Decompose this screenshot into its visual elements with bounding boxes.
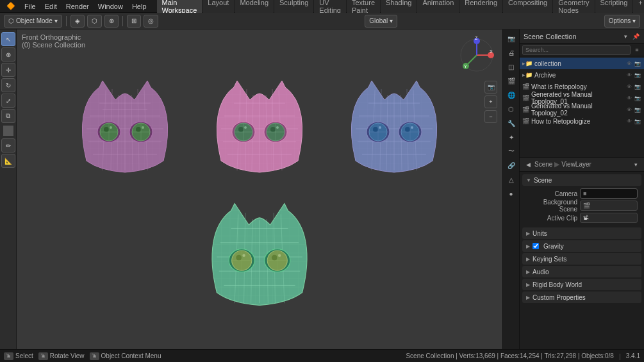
transform-global[interactable]: Global ▾ bbox=[365, 15, 397, 28]
cursor-tool[interactable]: ⊕ bbox=[1, 47, 15, 62]
outliner-item-archive[interactable]: ▸📁 Archive 👁📷 bbox=[520, 69, 644, 81]
svg-point-96 bbox=[236, 254, 242, 260]
properties-section: ◀ Scene ▶ ViewLayer ▾ ▼ Scene bbox=[520, 158, 644, 349]
options-btn[interactable]: Options ▾ bbox=[604, 15, 640, 28]
custom-props-section: ▶ Custom Properties bbox=[522, 292, 641, 303]
viewport-gizmo[interactable]: X Y Z bbox=[458, 36, 496, 74]
left-tools: ↖ ⊕ ✛ ↻ ⤢ ⧉ ✏ 📐 bbox=[0, 29, 17, 349]
props-back-btn[interactable]: ◀ bbox=[524, 160, 533, 169]
eye-icon-6[interactable]: 👁 bbox=[625, 117, 633, 125]
move-tool[interactable]: ✛ bbox=[1, 63, 15, 77]
active-clip-value[interactable]: 📽 bbox=[580, 213, 638, 223]
outliner-section: Scene Collection ▾ 📌 ≡ ▸📁 collection 👁📷 … bbox=[520, 29, 644, 158]
props-content: ▼ Scene Camera ■ Background Scene bbox=[520, 172, 644, 349]
measure-tool[interactable]: 📐 bbox=[1, 154, 15, 168]
render-vis-icon-2[interactable]: 📷 bbox=[634, 71, 641, 79]
data-icon[interactable]: △ bbox=[505, 173, 518, 186]
overlay-btn[interactable]: ⬡ bbox=[87, 15, 102, 28]
window-menu[interactable]: Window bbox=[94, 1, 127, 12]
custom-props-label: Custom Properties bbox=[533, 294, 586, 301]
scene-icon[interactable]: 🎬 bbox=[505, 74, 518, 87]
outliner-filter-icon[interactable]: ≡ bbox=[632, 45, 641, 54]
context-label: Object Context Menu bbox=[101, 352, 161, 359]
zoom-out-btn[interactable]: − bbox=[484, 110, 497, 123]
top-menubar: 🔶 File Edit Render Window Help Main Work… bbox=[0, 0, 644, 13]
props-filter-btn[interactable]: ▾ bbox=[631, 160, 640, 169]
outliner-filter-btn[interactable]: ▾ bbox=[621, 32, 630, 41]
render-vis-icon-6[interactable]: 📷 bbox=[634, 117, 641, 125]
viewport[interactable]: Front Orthographic (0) Scene Collection bbox=[17, 29, 502, 349]
camera-value[interactable]: ■ bbox=[580, 188, 638, 199]
eye-icon-2[interactable]: 👁 bbox=[625, 71, 633, 79]
render-icon[interactable]: 📷 bbox=[505, 32, 518, 45]
custom-props-header[interactable]: ▶ Custom Properties bbox=[522, 292, 641, 303]
svg-point-78 bbox=[411, 126, 413, 129]
edit-menu[interactable]: Edit bbox=[41, 1, 61, 12]
render-vis-icon[interactable]: 📷 bbox=[634, 60, 641, 67]
eye-icon-3[interactable]: 👁 bbox=[625, 83, 633, 90]
camera-perspective-btn[interactable]: 📷 bbox=[484, 81, 497, 94]
render-vis-icon-5[interactable]: 📷 bbox=[634, 106, 641, 113]
eye-icon[interactable]: 👁 bbox=[625, 60, 633, 67]
toolbar-sep-1 bbox=[66, 16, 67, 26]
select-tool[interactable]: ↖ bbox=[1, 32, 15, 46]
model-pink bbox=[202, 71, 317, 186]
scene-section-header[interactable]: ▼ Scene bbox=[522, 174, 641, 186]
material-icon[interactable]: ● bbox=[505, 187, 518, 200]
outliner-search[interactable] bbox=[522, 45, 631, 55]
eye-icon-4[interactable]: 👁 bbox=[625, 94, 633, 102]
viewport-shading-btn[interactable]: ◈ bbox=[70, 15, 85, 28]
rotate-tool[interactable]: ↻ bbox=[1, 78, 15, 92]
snap-btn[interactable]: ⊞ bbox=[127, 15, 141, 28]
object-icon[interactable]: ⬡ bbox=[505, 103, 518, 115]
rigid-body-section: ▶ Rigid Body World bbox=[522, 279, 641, 290]
world-icon[interactable]: 🌐 bbox=[505, 88, 518, 101]
outliner-item-gen-manual-02[interactable]: 🎬 Generated vs Manual Topology_02 👁📷 bbox=[520, 104, 644, 115]
mode-selector[interactable]: ⬡ Object Mode ▾ bbox=[4, 15, 62, 28]
props-layer-breadcrumb: ViewLayer bbox=[561, 161, 591, 168]
gravity-label: Gravity bbox=[543, 243, 564, 250]
physics-icon[interactable]: 〜 bbox=[505, 145, 518, 158]
gravity-checkbox[interactable] bbox=[533, 243, 539, 249]
file-menu[interactable]: File bbox=[21, 1, 40, 12]
rigid-body-header[interactable]: ▶ Rigid Body World bbox=[522, 279, 641, 290]
status-sep: | bbox=[619, 352, 621, 360]
proportional-btn[interactable]: ◎ bbox=[144, 15, 158, 28]
scene-collapse-section: ▼ Scene Camera ■ Background Scene bbox=[522, 174, 641, 226]
bottom-models-row bbox=[195, 193, 324, 321]
svg-point-19 bbox=[110, 126, 112, 129]
units-header[interactable]: ▶ Units bbox=[522, 227, 641, 239]
eye-icon-5[interactable]: 👁 bbox=[625, 106, 633, 113]
toolbar: ⬡ Object Mode ▾ ◈ ⬡ ⊕ ⊞ ◎ Global ▾ Optio… bbox=[0, 13, 644, 29]
outliner-item-collection[interactable]: ▸📁 collection 👁📷 bbox=[520, 58, 644, 69]
zoom-in-btn[interactable]: + bbox=[484, 95, 497, 108]
svg-point-70 bbox=[373, 127, 378, 132]
render-menu[interactable]: Render bbox=[62, 1, 93, 12]
mode-label: Object Mode bbox=[16, 17, 53, 24]
render-vis-icon-4[interactable]: 📷 bbox=[634, 94, 641, 102]
outliner-item-how-retopo[interactable]: 🎬 How to Retopologize 👁📷 bbox=[520, 115, 644, 127]
rigid-body-label: Rigid Body World bbox=[533, 281, 582, 288]
transform-tool[interactable]: ⧉ bbox=[1, 109, 15, 123]
right-icons-panel: 📷 🖨 ◫ 🎬 🌐 ⬡ 🔧 ✦ 〜 🔗 △ ● bbox=[502, 29, 519, 349]
outliner-header-controls: ▾ 📌 bbox=[621, 32, 640, 41]
units-label: Units bbox=[533, 230, 547, 237]
annotate-tool[interactable]: ✏ bbox=[1, 138, 15, 152]
keying-sets-header[interactable]: ▶ Keying Sets bbox=[522, 253, 641, 265]
scale-tool[interactable]: ⤢ bbox=[1, 94, 15, 108]
render-vis-icon-3[interactable]: 📷 bbox=[634, 83, 641, 90]
audio-header[interactable]: ▶ Audio bbox=[522, 266, 641, 277]
blender-menu[interactable]: 🔶 bbox=[3, 1, 19, 12]
particles-icon[interactable]: ✦ bbox=[505, 131, 518, 144]
gravity-header[interactable]: ▶ Gravity bbox=[522, 240, 641, 252]
constraints-icon[interactable]: 🔗 bbox=[505, 159, 518, 172]
svg-point-77 bbox=[405, 127, 410, 132]
bg-scene-value[interactable]: 🎬 bbox=[580, 201, 638, 211]
view-layer-icon[interactable]: ◫ bbox=[505, 60, 518, 73]
outliner-pin-btn[interactable]: 📌 bbox=[631, 32, 640, 41]
gizmo-btn[interactable]: ⊕ bbox=[104, 15, 119, 28]
statusbar: 🖱 Select 🖱 Rotate View 🖱 Object Context … bbox=[0, 349, 644, 362]
help-menu[interactable]: Help bbox=[128, 1, 151, 12]
modifier-icon[interactable]: 🔧 bbox=[505, 117, 518, 129]
output-icon[interactable]: 🖨 bbox=[505, 46, 518, 59]
